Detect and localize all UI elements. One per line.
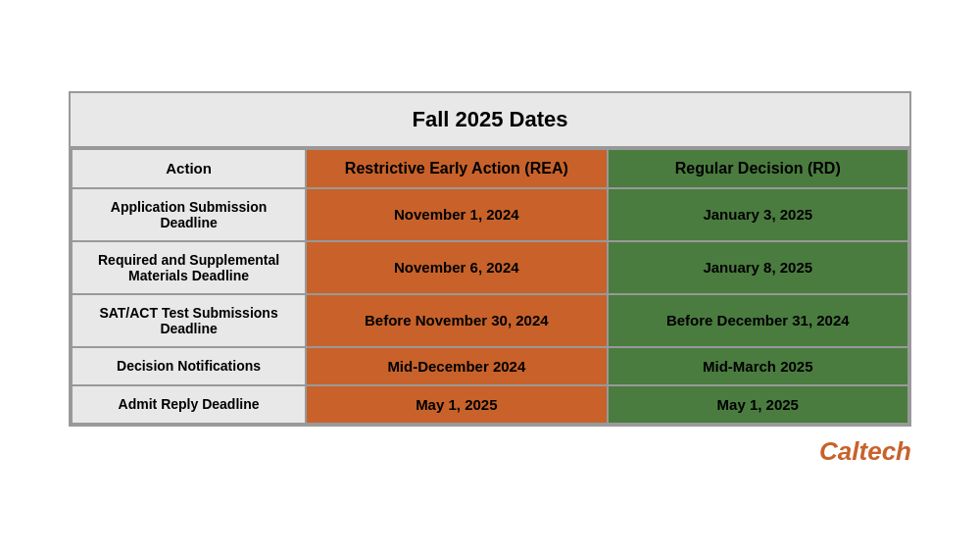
row-3-action: Decision Notifications bbox=[72, 347, 306, 385]
page-wrapper: Fall 2025 Dates Action Restrictive Early… bbox=[69, 91, 911, 467]
row-1-rd: January 8, 2025 bbox=[608, 241, 908, 294]
table-row: SAT/ACT Test Submissions DeadlineBefore … bbox=[72, 294, 908, 347]
dates-table: Action Restrictive Early Action (REA) Re… bbox=[71, 148, 909, 425]
row-0-action: Application Submission Deadline bbox=[72, 188, 306, 241]
table-row: Application Submission DeadlineNovember … bbox=[72, 188, 908, 241]
header-action: Action bbox=[72, 149, 306, 188]
caltech-logo: Caltech bbox=[69, 436, 911, 467]
row-2-rd: Before December 31, 2024 bbox=[608, 294, 908, 347]
header-rd: Regular Decision (RD) bbox=[608, 149, 908, 188]
row-0-rd: January 3, 2025 bbox=[608, 188, 908, 241]
table-row: Decision NotificationsMid-December 2024M… bbox=[72, 347, 908, 385]
row-2-rea: Before November 30, 2024 bbox=[306, 294, 607, 347]
row-4-rea: May 1, 2025 bbox=[306, 385, 607, 424]
row-3-rea: Mid-December 2024 bbox=[306, 347, 607, 385]
row-2-action: SAT/ACT Test Submissions Deadline bbox=[72, 294, 306, 347]
table-row: Required and Supplemental Materials Dead… bbox=[72, 241, 908, 294]
table-body: Application Submission DeadlineNovember … bbox=[72, 188, 908, 424]
table-header-row: Action Restrictive Early Action (REA) Re… bbox=[72, 149, 908, 188]
row-4-action: Admit Reply Deadline bbox=[72, 385, 306, 424]
table-title: Fall 2025 Dates bbox=[71, 93, 909, 148]
row-1-rea: November 6, 2024 bbox=[306, 241, 607, 294]
row-0-rea: November 1, 2024 bbox=[306, 188, 607, 241]
dates-table-container: Fall 2025 Dates Action Restrictive Early… bbox=[69, 91, 911, 427]
table-row: Admit Reply DeadlineMay 1, 2025May 1, 20… bbox=[72, 385, 908, 424]
row-4-rd: May 1, 2025 bbox=[608, 385, 908, 424]
row-3-rd: Mid-March 2025 bbox=[608, 347, 908, 385]
row-1-action: Required and Supplemental Materials Dead… bbox=[72, 241, 306, 294]
header-rea: Restrictive Early Action (REA) bbox=[306, 149, 607, 188]
